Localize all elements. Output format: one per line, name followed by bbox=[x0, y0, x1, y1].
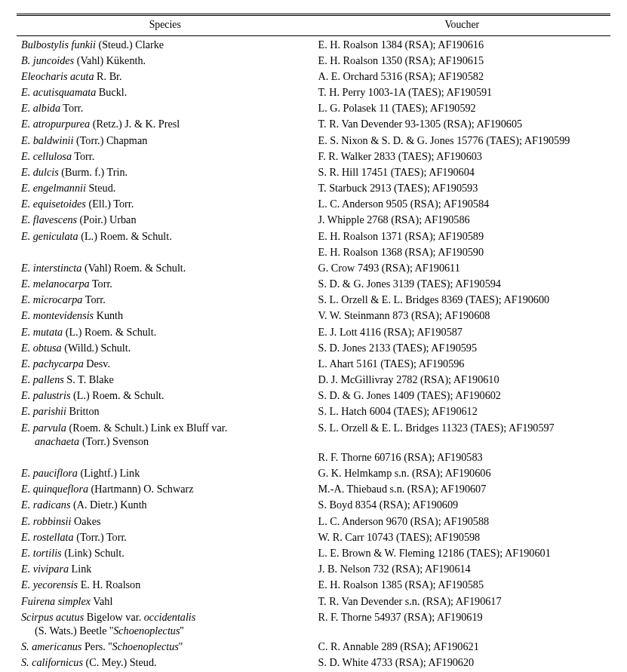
table-row: E. montevidensis KunthV. W. Steinmann 87… bbox=[17, 308, 610, 324]
voucher-cell: R. F. Thorne 60716 (RSA); AF190583 bbox=[314, 449, 611, 465]
table-row: E. quinqueflora (Hartmann) O. SchwarzM.-… bbox=[17, 481, 610, 497]
species-cell: E. pachycarpa Desv. bbox=[17, 355, 314, 371]
table-row: Eleocharis acuta R. Br.A. E. Orchard 531… bbox=[17, 68, 610, 84]
species-cell: E. equisetoides (Ell.) Torr. bbox=[17, 196, 314, 212]
voucher-cell: D. J. McGillivray 2782 (RSA); AF190610 bbox=[314, 372, 611, 388]
table-row: E. melanocarpa Torr.S. D. & G. Jones 313… bbox=[17, 276, 610, 292]
header-row: Species Voucher bbox=[17, 15, 610, 36]
voucher-cell: E. H. Roalson 1350 (RSA); AF190615 bbox=[314, 52, 611, 68]
table-row: E. interstincta (Vahl) Roem. & Schult.G.… bbox=[17, 259, 610, 275]
table-row: E. vivipara LinkJ. B. Nelson 732 (RSA); … bbox=[17, 561, 610, 577]
species-cell: E. tortilis (Link) Schult. bbox=[17, 545, 314, 561]
species-cell: E. palustris (L.) Roem. & Schult. bbox=[17, 388, 314, 404]
table-row: E. H. Roalson 1368 (RSA); AF190590 bbox=[17, 244, 610, 259]
species-cell: Bulbostylis funkii (Steud.) Clarke bbox=[17, 36, 314, 53]
voucher-cell: S. L. Orzell & E. L. Bridges 11323 (TAES… bbox=[314, 419, 611, 449]
voucher-cell: E. H. Roalson 1371 (RSA); AF190589 bbox=[314, 228, 611, 244]
table-row: E. radicans (A. Dietr.) KunthS. Boyd 835… bbox=[17, 497, 610, 513]
voucher-cell: F. R. Walker 2833 (TAES); AF190603 bbox=[314, 148, 611, 164]
table-row: B. juncoides (Vahl) Kükenth.E. H. Roalso… bbox=[17, 52, 610, 68]
table-row: E. flavescens (Poir.) UrbanJ. Whipple 27… bbox=[17, 212, 610, 228]
species-cell: E. radicans (A. Dietr.) Kunth bbox=[17, 497, 314, 513]
species-cell: E. robbinsii Oakes bbox=[17, 513, 314, 529]
species-cell: E. engelmannii Steud. bbox=[17, 180, 314, 196]
voucher-cell: L. Ahart 5161 (TAES); AF190596 bbox=[314, 355, 611, 371]
voucher-cell: E. H. Roalson 1384 (RSA); AF190616 bbox=[314, 36, 611, 53]
header-species: Species bbox=[17, 15, 314, 36]
table-row: E. pachycarpa Desv.L. Ahart 5161 (TAES);… bbox=[17, 355, 610, 371]
species-cell: E. montevidensis Kunth bbox=[17, 308, 314, 324]
species-cell: E. melanocarpa Torr. bbox=[17, 276, 314, 292]
table-row: E. obtusa (Willd.) Schult.S. D. Jones 21… bbox=[17, 339, 610, 355]
species-voucher-table: Species Voucher Bulbostylis funkii (Steu… bbox=[17, 14, 610, 672]
voucher-cell: J. Whipple 2768 (RSA); AF190586 bbox=[314, 212, 611, 228]
species-cell: E. pauciflora (Lightf.) Link bbox=[17, 465, 314, 481]
species-cell bbox=[17, 244, 314, 259]
voucher-cell: L. G. Polasek 11 (TAES); AF190592 bbox=[314, 100, 611, 116]
voucher-cell: S. Boyd 8354 (RSA); AF190609 bbox=[314, 497, 611, 513]
voucher-cell: G. Crow 7493 (RSA); AF190611 bbox=[314, 259, 611, 275]
species-cell: E. pallens S. T. Blake bbox=[17, 372, 314, 388]
voucher-cell: E. H. Roalson 1368 (RSA); AF190590 bbox=[314, 244, 611, 259]
species-cell: E. rostellata (Torr.) Torr. bbox=[17, 529, 314, 545]
voucher-cell: T. H. Perry 1003-1A (TAES); AF190591 bbox=[314, 84, 611, 100]
table-row: E. parvula (Roem. & Schult.) Link ex Blu… bbox=[17, 419, 610, 449]
table-row: E. acutisquamata Buckl.T. H. Perry 1003-… bbox=[17, 84, 610, 100]
table-row: E. robbinsii OakesL. C. Anderson 9670 (R… bbox=[17, 513, 610, 529]
voucher-cell: J. B. Nelson 732 (RSA); AF190614 bbox=[314, 561, 611, 577]
table-row: E. atropurpurea (Retz.) J. & K. PreslT. … bbox=[17, 116, 610, 132]
species-cell: E. quinqueflora (Hartmann) O. Schwarz bbox=[17, 481, 314, 497]
table-row: E. dulcis (Burm. f.) Trin.S. R. Hill 174… bbox=[17, 164, 610, 180]
species-cell bbox=[17, 449, 314, 465]
species-cell: Fuirena simplex Vahl bbox=[17, 593, 314, 609]
species-cell: E. acutisquamata Buckl. bbox=[17, 84, 314, 100]
table-row: E. tortilis (Link) Schult.L. E. Brown & … bbox=[17, 545, 610, 561]
species-cell: E. geniculata (L.) Roem. & Schult. bbox=[17, 228, 314, 244]
species-cell: E. vivipara Link bbox=[17, 561, 314, 577]
voucher-cell: S. D. Jones 2133 (TAES); AF190595 bbox=[314, 339, 611, 355]
species-cell: E. obtusa (Willd.) Schult. bbox=[17, 339, 314, 355]
table-row: E. pauciflora (Lightf.) LinkG. K. Helmka… bbox=[17, 465, 610, 481]
voucher-cell: E. S. Nixon & S. D. & G. Jones 15776 (TA… bbox=[314, 132, 611, 148]
voucher-cell: S. L. Hatch 6004 (TAES); AF190612 bbox=[314, 404, 611, 419]
voucher-cell: T. R. Van Devender 93-1305 (RSA); AF1906… bbox=[314, 116, 611, 132]
table-row: R. F. Thorne 60716 (RSA); AF190583 bbox=[17, 449, 610, 465]
species-cell: E. albida Torr. bbox=[17, 100, 314, 116]
species-cell: E. dulcis (Burm. f.) Trin. bbox=[17, 164, 314, 180]
table-row: E. engelmannii Steud.T. Starbuck 2913 (T… bbox=[17, 180, 610, 196]
voucher-cell: L. E. Brown & W. Fleming 12186 (TAES); A… bbox=[314, 545, 611, 561]
voucher-cell: E. J. Lott 4116 (RSA); AF190587 bbox=[314, 324, 611, 339]
voucher-cell: S. R. Hill 17451 (TAES); AF190604 bbox=[314, 164, 611, 180]
species-cell: E. microcarpa Torr. bbox=[17, 292, 314, 308]
voucher-cell: S. D. White 4733 (RSA); AF190620 bbox=[314, 655, 611, 672]
voucher-cell: W. R. Carr 10743 (TAES); AF190598 bbox=[314, 529, 611, 545]
voucher-cell: T. R. Van Devender s.n. (RSA); AF190617 bbox=[314, 593, 611, 609]
voucher-cell: M.-A. Thiebaud s.n. (RSA); AF190607 bbox=[314, 481, 611, 497]
voucher-cell: V. W. Steinmann 873 (RSA); AF190608 bbox=[314, 308, 611, 324]
table-row: E. equisetoides (Ell.) Torr.L. C. Anders… bbox=[17, 196, 610, 212]
voucher-cell: A. E. Orchard 5316 (RSA); AF190582 bbox=[314, 68, 611, 84]
table-row: E. geniculata (L.) Roem. & Schult.E. H. … bbox=[17, 228, 610, 244]
species-cell: E. mutata (L.) Roem. & Schult. bbox=[17, 324, 314, 339]
species-cell: E. interstincta (Vahl) Roem. & Schult. bbox=[17, 259, 314, 275]
table-row: E. palustris (L.) Roem. & Schult.S. D. &… bbox=[17, 388, 610, 404]
species-cell: Eleocharis acuta R. Br. bbox=[17, 68, 314, 84]
species-cell: E. cellulosa Torr. bbox=[17, 148, 314, 164]
species-cell: E. parvula (Roem. & Schult.) Link ex Blu… bbox=[17, 419, 314, 449]
voucher-cell: S. L. Orzell & E. L. Bridges 8369 (TAES)… bbox=[314, 292, 611, 308]
voucher-cell: C. R. Annable 289 (RSA); AF190621 bbox=[314, 639, 611, 655]
table-row: E. baldwinii (Torr.) ChapmanE. S. Nixon … bbox=[17, 132, 610, 148]
species-cell: S. californicus (C. Mey.) Steud.''Schoen… bbox=[17, 655, 314, 672]
voucher-cell: G. K. Helmkamp s.n. (RSA); AF190606 bbox=[314, 465, 611, 481]
header-voucher: Voucher bbox=[314, 15, 611, 36]
table-row: E. mutata (L.) Roem. & Schult.E. J. Lott… bbox=[17, 324, 610, 339]
table-body: Bulbostylis funkii (Steud.) ClarkeE. H. … bbox=[17, 36, 610, 673]
table-row: S. americanus Pers. ''Schoenoplectus''C.… bbox=[17, 639, 610, 655]
voucher-cell: S. D. & G. Jones 3139 (TAES); AF190594 bbox=[314, 276, 611, 292]
voucher-cell: T. Starbuck 2913 (TAES); AF190593 bbox=[314, 180, 611, 196]
species-cell: E. baldwinii (Torr.) Chapman bbox=[17, 132, 314, 148]
table-row: E. rostellata (Torr.) Torr.W. R. Carr 10… bbox=[17, 529, 610, 545]
voucher-cell: L. C. Anderson 9505 (RSA); AF190584 bbox=[314, 196, 611, 212]
species-cell: E. yecorensis E. H. Roalson bbox=[17, 577, 314, 593]
table-row: Fuirena simplex VahlT. R. Van Devender s… bbox=[17, 593, 610, 609]
